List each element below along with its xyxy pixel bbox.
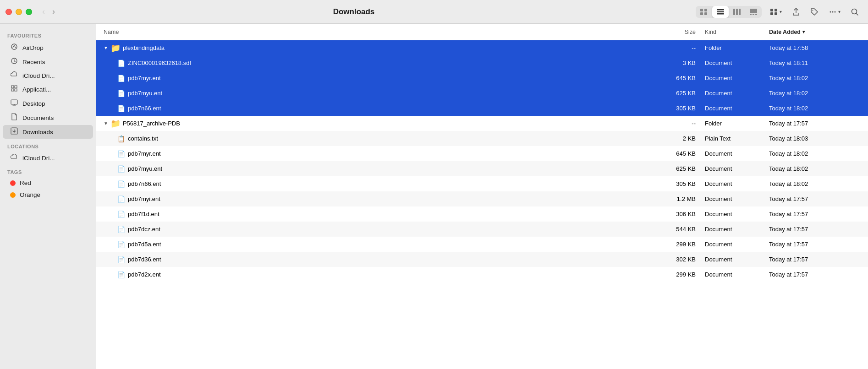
doc-icon: 📄	[117, 195, 125, 203]
favourites-section-label: Favourites	[0, 28, 96, 40]
sidebar-item-downloads[interactable]: Downloads	[3, 125, 93, 139]
orange-tag-dot	[10, 192, 16, 198]
table-row[interactable]: 📄 pdb7n66.ent 305 KB Document Today at 1…	[96, 176, 868, 191]
file-name-cell: 📄 pdb7f1d.ent	[104, 211, 659, 218]
sidebar-item-desktop[interactable]: Desktop	[3, 97, 93, 110]
table-row[interactable]: 📄 pdb7d36.ent 302 KB Document Today at 1…	[96, 252, 868, 267]
file-size-cell: 305 KB	[659, 105, 705, 112]
sidebar-item-icloud-drive-loc[interactable]: iCloud Dri...	[3, 152, 93, 164]
table-row[interactable]: 📄 ZINC000019632618.sdf 3 KB Document Tod…	[96, 55, 868, 71]
sidebar-item-airdrop[interactable]: AirDrop	[3, 41, 93, 54]
table-row[interactable]: 📄 pdb7n66.ent 305 KB Document Today at 1…	[96, 101, 868, 116]
file-kind-cell: Document	[705, 105, 769, 112]
group-button[interactable]: ▾	[766, 6, 786, 18]
sidebar-item-documents[interactable]: Documents	[3, 111, 93, 125]
view-column-button[interactable]	[729, 6, 745, 18]
doc-icon: 📄	[117, 90, 125, 97]
sidebar-item-label: Orange	[20, 191, 40, 198]
file-name-text: pdb7n66.ent	[128, 105, 161, 112]
file-name-text: pdb7myi.ent	[128, 195, 160, 202]
file-name-cell: 📄 pdb7d36.ent	[104, 256, 659, 263]
svg-point-22	[852, 9, 857, 14]
svg-rect-17	[775, 12, 777, 15]
table-row[interactable]: 📄 pdb7d5a.ent 299 KB Document Today at 1…	[96, 237, 868, 252]
file-name-text: pdb7myr.ent	[128, 75, 161, 81]
more-button[interactable]: ▾	[825, 5, 844, 18]
close-button[interactable]	[5, 9, 12, 15]
search-button[interactable]	[847, 5, 863, 18]
file-kind-cell: Folder	[705, 44, 769, 51]
table-row[interactable]: 📄 pdb7f1d.ent 306 KB Document Today at 1…	[96, 206, 868, 222]
table-row[interactable]: 📄 pdb7d2x.ent 299 KB Document Today at 1…	[96, 267, 868, 282]
tag-button[interactable]	[807, 5, 822, 18]
file-size-cell: 645 KB	[659, 150, 705, 157]
file-date-cell: Today at 18:02	[769, 180, 861, 187]
sidebar-item-recents[interactable]: Recents	[3, 55, 93, 69]
file-size-cell: 544 KB	[659, 226, 705, 233]
file-kind-cell: Document	[705, 165, 769, 172]
doc-icon: 📄	[117, 75, 125, 82]
file-name-cell: 📄 pdb7dcz.ent	[104, 226, 659, 233]
folder-icon: 📁	[110, 43, 121, 53]
col-header-date-added[interactable]: Date Added ▾	[769, 29, 861, 35]
file-name-text: ZINC000019632618.sdf	[128, 60, 191, 66]
table-row[interactable]: 📄 pdb7myu.ent 625 KB Document Today at 1…	[96, 161, 868, 176]
titlebar: ‹ › Downloads	[0, 0, 868, 24]
view-gallery-button[interactable]	[745, 6, 762, 18]
sidebar-item-tag-red[interactable]: Red	[3, 177, 93, 189]
file-name-text: pdb7myr.ent	[128, 150, 161, 157]
file-date-cell: Today at 18:02	[769, 90, 861, 97]
table-row[interactable]: ▼ 📁 P56817_archive-PDB -- Folder Today a…	[96, 116, 868, 131]
table-row[interactable]: 📋 contains.txt 2 KB Plain Text Today at …	[96, 131, 868, 146]
file-date-cell: Today at 18:03	[769, 135, 861, 142]
col-header-size[interactable]: Size	[659, 29, 705, 35]
icloud-icon	[10, 71, 18, 80]
file-name-cell: 📄 pdb7d2x.ent	[104, 271, 659, 278]
col-header-kind[interactable]: Kind	[705, 29, 769, 35]
svg-rect-14	[770, 9, 773, 11]
table-row[interactable]: 📄 pdb7myi.ent 1.2 MB Document Today at 1…	[96, 191, 868, 206]
file-kind-cell: Document	[705, 75, 769, 81]
file-kind-cell: Document	[705, 180, 769, 187]
share-button[interactable]	[788, 5, 804, 18]
view-btn-group	[696, 6, 762, 18]
file-date-cell: Today at 17:57	[769, 241, 861, 248]
file-date-cell: Today at 17:57	[769, 256, 861, 263]
col-header-name[interactable]: Name	[104, 29, 659, 35]
doc-icon: 📄	[117, 150, 125, 157]
file-name-cell: ▼ 📁 plexbindingdata	[104, 43, 659, 53]
svg-rect-9	[739, 9, 741, 15]
sort-arrow-icon: ▾	[802, 29, 805, 34]
file-size-cell: 299 KB	[659, 241, 705, 248]
doc-icon: 📄	[117, 226, 125, 233]
desktop-icon	[10, 99, 18, 108]
disclosure-triangle-icon: ▼	[104, 45, 108, 50]
file-name-cell: 📄 pdb7myr.ent	[104, 75, 659, 82]
table-row[interactable]: 📄 pdb7myr.ent 645 KB Document Today at 1…	[96, 71, 868, 86]
doc-icon: 📄	[117, 180, 125, 188]
file-kind-cell: Document	[705, 271, 769, 278]
view-icon-button[interactable]	[696, 6, 712, 18]
sidebar-item-tag-orange[interactable]: Orange	[3, 189, 93, 201]
table-row[interactable]: ▼ 📁 plexbindingdata -- Folder Today at 1…	[96, 40, 868, 55]
svg-rect-2	[700, 12, 703, 15]
sidebar-item-label: Applicati...	[22, 86, 51, 93]
file-name-text: pdb7d5a.ent	[128, 241, 161, 248]
file-kind-cell: Document	[705, 90, 769, 97]
sidebar-item-label: Recents	[22, 59, 45, 65]
file-kind-cell: Document	[705, 241, 769, 248]
sidebar-item-applications[interactable]: Applicati...	[3, 82, 93, 96]
file-name-cell: 📄 ZINC000019632618.sdf	[104, 60, 659, 67]
doc-icon: 📄	[117, 165, 125, 173]
file-kind-cell: Document	[705, 195, 769, 202]
file-kind-cell: Folder	[705, 120, 769, 127]
file-size-cell: 2 KB	[659, 135, 705, 142]
file-date-cell: Today at 17:57	[769, 271, 861, 278]
file-size-cell: 302 KB	[659, 256, 705, 263]
table-row[interactable]: 📄 pdb7dcz.ent 544 KB Document Today at 1…	[96, 222, 868, 237]
file-date-cell: Today at 18:02	[769, 150, 861, 157]
table-row[interactable]: 📄 pdb7myu.ent 625 KB Document Today at 1…	[96, 86, 868, 101]
view-list-button[interactable]	[712, 6, 729, 18]
table-row[interactable]: 📄 pdb7myr.ent 645 KB Document Today at 1…	[96, 146, 868, 161]
sidebar-item-icloud-drive[interactable]: iCloud Dri...	[3, 69, 93, 82]
